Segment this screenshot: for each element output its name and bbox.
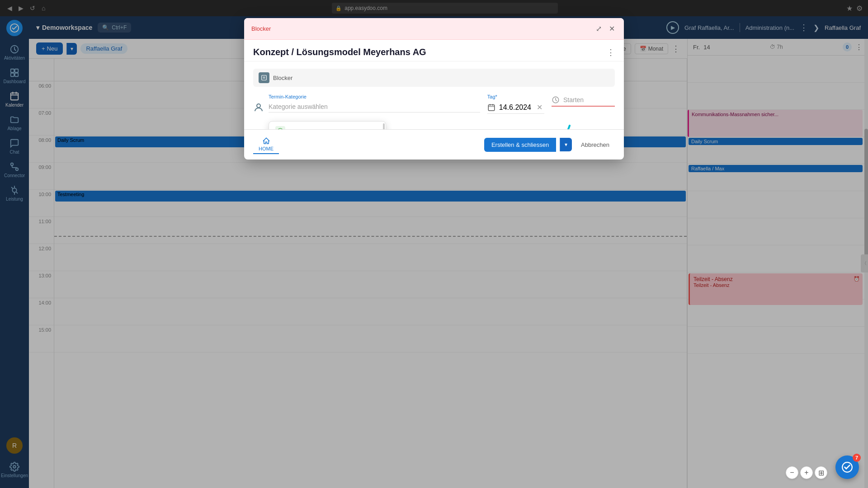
start-field[interactable]: Starten (552, 94, 615, 107)
zoom-controls: − + ⊞ (786, 466, 827, 479)
dropdown-scroll-thumb (383, 123, 385, 129)
start-field-input[interactable]: Starten (552, 94, 615, 107)
start-placeholder: Starten (563, 96, 584, 103)
create-close-arrow-button[interactable]: ▾ (560, 138, 572, 151)
tag-clear-button[interactable]: ✕ (535, 103, 544, 112)
home-footer-button[interactable]: HOME (253, 135, 279, 154)
modal-body: Blocker Termin-Kategorie Kateg (244, 61, 624, 129)
blocker-icon (259, 72, 269, 83)
category-dropdown[interactable]: Besprechung externer Termin (269, 121, 386, 129)
termin-placeholder: Kategorie auswählen (269, 103, 328, 110)
zoom-plus-button[interactable]: + (800, 466, 813, 479)
modal-header: Konzept / Lösungsmodel Meyerhans AG ⋮ (244, 40, 624, 61)
home-icon (262, 137, 270, 145)
dropdown-besprechung-label: Besprechung (290, 128, 325, 130)
modal-titlebar: Blocker ⤢ ✕ (244, 18, 624, 40)
svg-rect-19 (488, 105, 495, 111)
svg-point-13 (278, 128, 283, 129)
fab-badge: 7 (853, 454, 861, 462)
modal-title-controls: ⤢ ✕ (594, 23, 617, 34)
clock-icon (552, 96, 560, 104)
termin-field-label: Termin-Kategorie (269, 94, 480, 99)
termin-kategorie-field[interactable]: Termin-Kategorie Kategorie auswählen Bes… (269, 94, 480, 113)
besprechung-icon (275, 126, 285, 129)
modal-kebab-button[interactable]: ⋮ (607, 47, 615, 57)
blocker-svg (261, 75, 267, 81)
zoom-minus-button[interactable]: − (786, 466, 798, 479)
modal-title: Konzept / Lösungsmodel Meyerhans AG (253, 47, 426, 57)
home-footer-label: HOME (259, 146, 274, 151)
svg-point-12 (257, 104, 260, 108)
blocker-label: Blocker (253, 69, 615, 87)
modal-footer-right: Erstellen & schliessen ▾ Abbrechen (484, 138, 615, 152)
fab-container: − + ⊞ 7 (835, 455, 859, 479)
fab-button[interactable]: 7 (835, 455, 859, 479)
calendar-field-icon (487, 103, 495, 112)
tag-field-label: Tag* (487, 94, 544, 99)
start-field-wrapper: Starten (552, 94, 615, 107)
modal-overlay: Blocker ⤢ ✕ Konzept / Lösungsmodel Meyer… (0, 0, 868, 488)
dropdown-item-besprechung[interactable]: Besprechung (269, 122, 386, 129)
fab-check-icon (841, 461, 853, 473)
blocker-text: Blocker (273, 75, 292, 81)
modal: Blocker ⤢ ✕ Konzept / Lösungsmodel Meyer… (244, 18, 624, 160)
modal-expand-button[interactable]: ⤢ (594, 23, 604, 34)
tag-field-value: 14.6.2024 (499, 103, 531, 112)
dropdown-scrollbar (383, 123, 385, 129)
termin-category-icon (253, 102, 264, 115)
termin-field-wrapper: Termin-Kategorie Kategorie auswählen Bes… (253, 94, 480, 115)
zoom-grid-button[interactable]: ⊞ (815, 466, 827, 479)
create-close-button[interactable]: Erstellen & schliessen (484, 138, 556, 152)
modal-close-button[interactable]: ✕ (607, 23, 617, 34)
person-icon (253, 102, 264, 113)
tag-field-input[interactable]: 14.6.2024 ✕ (487, 101, 544, 114)
date-field-wrapper: Tag* 14.6.2024 ✕ (487, 94, 544, 114)
modal-footer: HOME Erstellen & schliessen ▾ Abbrechen (244, 129, 624, 160)
cancel-button[interactable]: Abbrechen (576, 138, 615, 152)
arrow-svg (488, 117, 579, 129)
form-row-termin: Termin-Kategorie Kategorie auswählen Bes… (253, 94, 615, 115)
modal-footer-left: HOME (253, 135, 279, 154)
modal-blocker-title: Blocker (251, 25, 271, 32)
arrow-annotation (488, 117, 579, 129)
tag-field[interactable]: Tag* 14.6.2024 ✕ (487, 94, 544, 114)
termin-field-value[interactable]: Kategorie auswählen (269, 101, 480, 113)
